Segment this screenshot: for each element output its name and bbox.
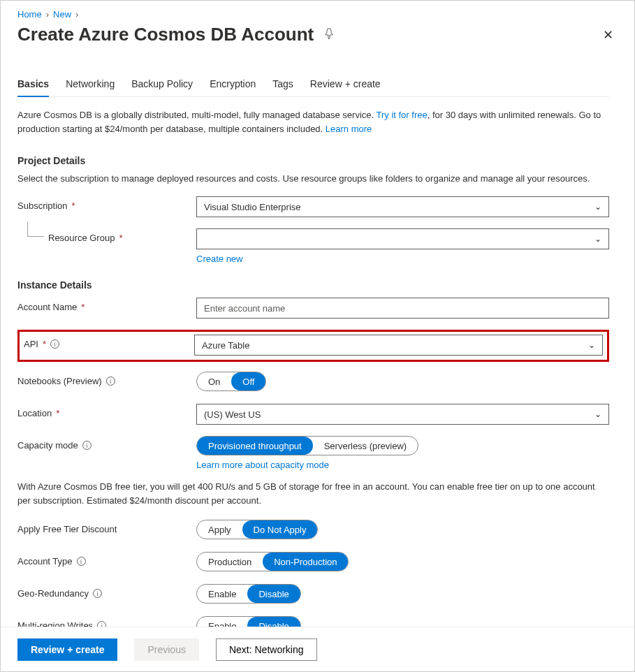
tab-tags[interactable]: Tags xyxy=(272,73,293,96)
free-tier-do-not-apply[interactable]: Do Not Apply xyxy=(242,520,319,539)
chevron-down-icon: ⌄ xyxy=(594,234,601,244)
breadcrumb-home[interactable]: Home xyxy=(17,9,42,20)
tabs: Basics Networking Backup Policy Encrypti… xyxy=(17,73,609,97)
tab-networking[interactable]: Networking xyxy=(66,73,115,96)
learn-more-link[interactable]: Learn more xyxy=(326,124,372,134)
tab-review-create[interactable]: Review + create xyxy=(310,73,381,96)
capacity-learn-more-link[interactable]: Learn more about capacity mode xyxy=(196,460,609,470)
multi-region-enable[interactable]: Enable xyxy=(197,617,247,627)
account-type-label: Account Type xyxy=(17,556,73,567)
required-icon: * xyxy=(56,408,59,418)
notebooks-off[interactable]: Off xyxy=(231,372,266,390)
info-icon[interactable]: i xyxy=(82,441,92,450)
tab-basics[interactable]: Basics xyxy=(17,73,49,96)
close-icon[interactable]: ✕ xyxy=(599,24,618,45)
geo-redundancy-toggle[interactable]: Enable Disable xyxy=(196,584,301,604)
chevron-right-icon: › xyxy=(75,9,78,20)
required-icon: * xyxy=(43,339,46,349)
required-icon: * xyxy=(119,233,122,243)
project-details-heading: Project Details xyxy=(17,155,609,166)
next-button[interactable]: Next: Networking xyxy=(216,638,317,661)
resource-group-label: Resource Group xyxy=(48,233,115,243)
notebooks-label: Notebooks (Preview) xyxy=(17,376,102,386)
multi-region-writes-toggle[interactable]: Enable Disable xyxy=(196,616,301,627)
resource-group-select[interactable]: ⌄ xyxy=(196,228,609,249)
free-tier-apply[interactable]: Apply xyxy=(197,520,242,539)
footer: Review + create Previous Next: Networkin… xyxy=(1,627,634,671)
chevron-right-icon: › xyxy=(46,9,49,20)
capacity-provisioned[interactable]: Provisioned throughput xyxy=(196,437,313,455)
api-label: API xyxy=(24,339,38,349)
pin-icon[interactable] xyxy=(323,28,335,41)
intro-text: Azure Cosmos DB is a globally distribute… xyxy=(17,108,609,136)
subscription-select[interactable]: Visual Studio Enterprise ⌄ xyxy=(196,196,609,217)
required-icon: * xyxy=(72,200,75,211)
tab-backup-policy[interactable]: Backup Policy xyxy=(131,73,193,96)
required-icon: * xyxy=(81,302,85,312)
instance-details-heading: Instance Details xyxy=(17,279,609,291)
chevron-down-icon: ⌄ xyxy=(588,340,595,350)
info-icon[interactable]: i xyxy=(50,339,59,349)
free-tier-label: Apply Free Tier Discount xyxy=(17,524,117,534)
location-label: Location xyxy=(17,408,52,418)
api-select[interactable]: Azure Table ⌄ xyxy=(194,335,603,356)
notebooks-on[interactable]: On xyxy=(197,372,231,390)
review-create-button[interactable]: Review + create xyxy=(17,638,117,661)
try-free-link[interactable]: Try it for free xyxy=(377,110,428,120)
chevron-down-icon: ⌄ xyxy=(594,409,601,419)
breadcrumb: Home › New › xyxy=(17,9,618,20)
free-tier-toggle[interactable]: Apply Do Not Apply xyxy=(196,520,318,539)
create-new-resource-group-link[interactable]: Create new xyxy=(196,254,609,264)
capacity-mode-toggle[interactable]: Provisioned throughput Serverless (previ… xyxy=(196,436,418,455)
account-type-production[interactable]: Production xyxy=(197,553,263,571)
capacity-serverless[interactable]: Serverless (preview) xyxy=(313,437,418,455)
geo-enable[interactable]: Enable xyxy=(197,585,247,603)
free-tier-description: With Azure Cosmos DB free tier, you will… xyxy=(17,480,609,507)
account-name-input[interactable]: Enter account name xyxy=(196,298,609,319)
info-icon[interactable]: i xyxy=(106,377,115,386)
info-icon[interactable]: i xyxy=(77,557,86,566)
breadcrumb-new[interactable]: New xyxy=(53,9,71,20)
info-icon[interactable]: i xyxy=(93,589,102,598)
subscription-label: Subscription xyxy=(17,200,68,211)
account-name-label: Account Name xyxy=(17,302,77,312)
notebooks-toggle[interactable]: On Off xyxy=(196,372,266,391)
capacity-mode-label: Capacity mode xyxy=(17,440,78,451)
multi-region-disable[interactable]: Disable xyxy=(247,617,300,627)
api-highlight: API * i Azure Table ⌄ xyxy=(17,330,609,362)
info-icon[interactable]: i xyxy=(97,621,106,627)
account-type-toggle[interactable]: Production Non-Production xyxy=(196,552,349,571)
tab-encryption[interactable]: Encryption xyxy=(210,73,256,96)
location-select[interactable]: (US) West US ⌄ xyxy=(196,404,609,425)
geo-disable[interactable]: Disable xyxy=(247,585,300,603)
page-title: Create Azure Cosmos DB Account xyxy=(17,24,314,45)
account-type-non-production[interactable]: Non-Production xyxy=(263,553,349,571)
tree-connector-icon xyxy=(27,221,44,237)
multi-region-writes-label: Multi-region Writes xyxy=(17,620,93,627)
chevron-down-icon: ⌄ xyxy=(594,202,601,212)
geo-redundancy-label: Geo-Redundancy xyxy=(17,588,89,599)
project-details-desc: Select the subscription to manage deploy… xyxy=(17,173,609,184)
previous-button: Previous xyxy=(134,638,198,661)
